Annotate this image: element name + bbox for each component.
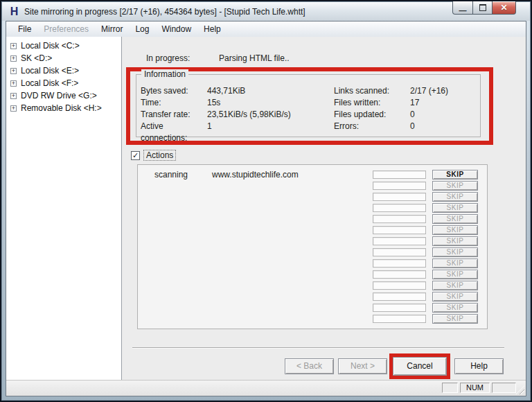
- expand-plus-icon[interactable]: +: [10, 68, 17, 74]
- skip-button[interactable]: SKIP: [432, 281, 478, 290]
- tree-item[interactable]: + DVD RW Drive <G:>: [6, 89, 121, 102]
- action-progressbar: [373, 315, 426, 323]
- action-progressbar: [373, 171, 426, 179]
- tree-item-label: Local Disk <C:>: [21, 41, 80, 51]
- info-value: 1: [207, 121, 334, 144]
- tree-item[interactable]: + SK <D:>: [6, 52, 121, 64]
- action-progressbar: [373, 259, 426, 268]
- skip-button[interactable]: SKIP: [432, 192, 478, 202]
- info-label: Errors:: [334, 121, 410, 144]
- caption-buttons: — ✕: [452, 1, 516, 15]
- info-value: 0: [410, 109, 477, 121]
- expand-plus-icon[interactable]: +: [10, 93, 17, 99]
- tree-item-label: SK <D:>: [21, 53, 52, 63]
- action-row: SKIP: [138, 281, 487, 292]
- workspace: + Local Disk <C:> + SK <D:> + Local Disk…: [6, 37, 526, 381]
- skip-button[interactable]: SKIP: [432, 259, 478, 268]
- action-status: scanning: [154, 170, 188, 180]
- resize-grip[interactable]: [515, 385, 524, 394]
- app-icon: H: [8, 6, 20, 17]
- info-label: Links scanned:: [334, 85, 410, 97]
- tree-item[interactable]: + Local Disk <E:>: [6, 64, 121, 77]
- tree-item-label: Local Disk <E:>: [21, 66, 79, 76]
- skip-button[interactable]: SKIP: [432, 214, 478, 224]
- skip-button[interactable]: SKIP: [432, 292, 478, 302]
- actions-checkbox[interactable]: ✓: [131, 151, 140, 160]
- info-value: 0: [410, 121, 477, 144]
- skip-button[interactable]: SKIP: [432, 236, 478, 246]
- actions-panel: scanning www.stupidtechlife.com SKIP SKI…: [137, 164, 488, 329]
- action-progressbar: [373, 182, 426, 190]
- skip-button[interactable]: SKIP: [432, 225, 478, 235]
- action-row: SKIP: [138, 236, 487, 247]
- minimize-icon: —: [459, 6, 467, 15]
- info-label: Files written:: [334, 97, 410, 109]
- skip-button[interactable]: SKIP: [432, 247, 478, 257]
- expand-plus-icon[interactable]: +: [10, 105, 17, 112]
- status-panels: NUM: [442, 383, 516, 393]
- action-row: SKIP: [138, 203, 487, 214]
- action-row: SKIP: [138, 270, 487, 281]
- menu-item[interactable]: Mirror: [95, 23, 129, 35]
- information-groupbox-title: Information: [141, 69, 188, 79]
- close-button[interactable]: ✕: [492, 1, 516, 15]
- skip-button[interactable]: SKIP: [432, 270, 478, 279]
- skip-button[interactable]: SKIP: [432, 314, 478, 324]
- help-button[interactable]: Help: [454, 358, 504, 374]
- status-panel-num: NUM: [460, 383, 490, 393]
- status-bar: NUM: [6, 380, 526, 396]
- action-row: SKIP: [138, 192, 487, 203]
- action-url: www.stupidtechlife.com: [212, 170, 299, 180]
- menu-item[interactable]: Preferences: [37, 23, 95, 35]
- skip-button[interactable]: SKIP: [432, 170, 478, 180]
- cancel-annotation-rectangle: Cancel: [389, 353, 450, 379]
- drive-tree: + Local Disk <C:> + SK <D:> + Local Disk…: [6, 37, 122, 381]
- skip-button[interactable]: SKIP: [432, 203, 478, 213]
- action-progressbar: [373, 281, 426, 290]
- skip-button[interactable]: SKIP: [432, 303, 478, 313]
- window-title: Site mirroring in progress [2/17 (+16), …: [24, 7, 305, 17]
- action-row: scanning www.stupidtechlife.com SKIP: [138, 170, 487, 181]
- action-row: SKIP: [138, 292, 487, 303]
- titlebar: H Site mirroring in progress [2/17 (+16)…: [2, 2, 530, 21]
- tree-item[interactable]: + Local Disk <C:>: [6, 40, 121, 52]
- back-button[interactable]: < Back: [285, 358, 334, 374]
- expand-plus-icon[interactable]: +: [10, 80, 17, 87]
- info-label: Bytes saved:: [141, 85, 207, 97]
- main-panel: In progress: Parsing HTML file.. Informa…: [122, 37, 526, 381]
- info-value: 15s: [207, 97, 334, 109]
- menu-item[interactable]: Log: [129, 23, 155, 35]
- status-panel-right: [492, 383, 516, 393]
- action-progressbar: [373, 226, 426, 234]
- action-progressbar: [373, 292, 426, 301]
- action-progressbar: [373, 270, 426, 279]
- actions-checkbox-row: ✓ Actions: [131, 150, 176, 161]
- action-row: SKIP: [138, 314, 487, 325]
- tree-item[interactable]: + Removable Disk <H:>: [6, 102, 121, 114]
- actions-checkbox-label[interactable]: Actions: [143, 150, 176, 161]
- skip-button[interactable]: SKIP: [432, 181, 478, 191]
- info-label: Time:: [141, 97, 207, 109]
- expand-plus-icon[interactable]: +: [10, 43, 17, 49]
- info-label: Active connections:: [141, 121, 207, 144]
- minimize-button[interactable]: —: [452, 1, 473, 15]
- restore-button[interactable]: [472, 1, 493, 15]
- action-row: SKIP: [138, 303, 487, 314]
- client-area: File Preferences Mirror Log Window Help …: [6, 21, 526, 396]
- cancel-button[interactable]: Cancel: [393, 357, 447, 376]
- action-progressbar: [373, 204, 426, 212]
- info-value: 2/17 (+16): [410, 85, 477, 97]
- next-button[interactable]: Next >: [338, 358, 387, 374]
- menu-item[interactable]: Window: [155, 23, 197, 35]
- restore-icon: [479, 4, 486, 11]
- action-progressbar: [373, 193, 426, 201]
- tree-item[interactable]: + Local Disk <F:>: [6, 77, 121, 89]
- tree-item-label: Local Disk <F:>: [21, 78, 78, 88]
- action-row: SKIP: [138, 214, 487, 225]
- action-row: SKIP: [138, 225, 487, 236]
- info-value: 443,71KiB: [207, 85, 334, 97]
- menu-item[interactable]: Help: [197, 23, 227, 35]
- expand-plus-icon[interactable]: +: [10, 55, 17, 62]
- menu-item[interactable]: File: [12, 23, 37, 35]
- in-progress-value: Parsing HTML file..: [219, 53, 290, 63]
